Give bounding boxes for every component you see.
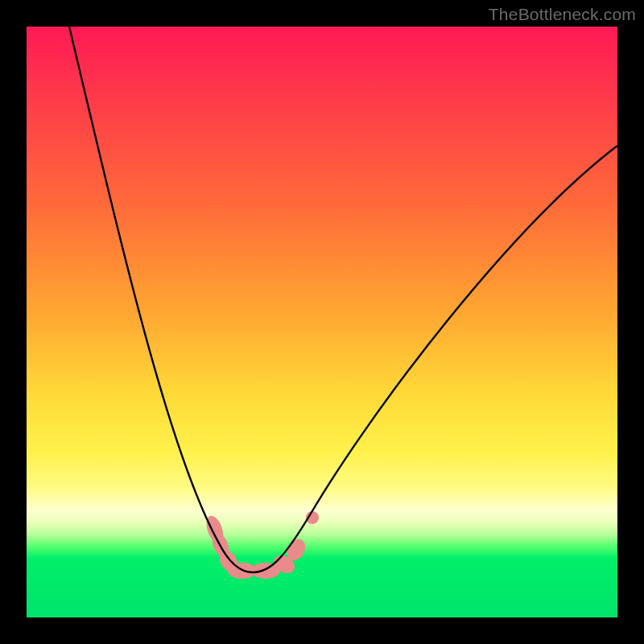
curve-layer bbox=[27, 27, 617, 617]
plot-area bbox=[27, 27, 617, 617]
chart-frame: TheBottleneck.com bbox=[0, 0, 644, 644]
watermark-text: TheBottleneck.com bbox=[489, 5, 636, 24]
bottleneck-curve bbox=[69, 27, 617, 572]
